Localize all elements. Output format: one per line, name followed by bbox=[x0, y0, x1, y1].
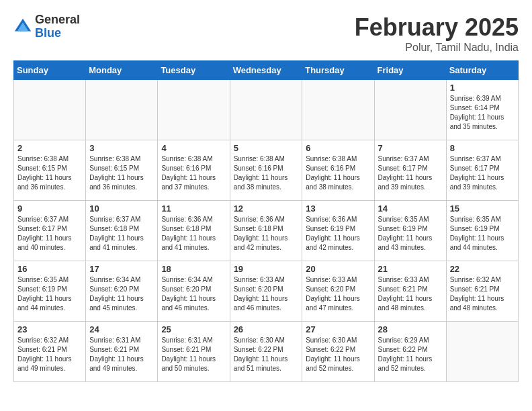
calendar-cell: 6Sunrise: 6:38 AM Sunset: 6:16 PM Daylig… bbox=[302, 140, 374, 201]
calendar-cell: 17Sunrise: 6:34 AM Sunset: 6:20 PM Dayli… bbox=[86, 261, 158, 322]
day-number: 13 bbox=[306, 203, 370, 214]
day-number: 6 bbox=[306, 143, 370, 153]
calendar-cell: 16Sunrise: 6:35 AM Sunset: 6:19 PM Dayli… bbox=[14, 261, 86, 322]
day-info: Sunrise: 6:36 AM Sunset: 6:18 PM Dayligh… bbox=[234, 215, 299, 253]
calendar-cell: 18Sunrise: 6:34 AM Sunset: 6:20 PM Dayli… bbox=[158, 261, 230, 322]
location: Polur, Tamil Nadu, India bbox=[355, 42, 519, 54]
calendar-cell: 1Sunrise: 6:39 AM Sunset: 6:14 PM Daylig… bbox=[446, 80, 518, 140]
day-number: 4 bbox=[161, 143, 226, 153]
calendar-cell: 28Sunrise: 6:29 AM Sunset: 6:22 PM Dayli… bbox=[374, 322, 446, 382]
day-number: 11 bbox=[161, 203, 226, 214]
day-number: 21 bbox=[378, 264, 443, 274]
calendar-week-row: 23Sunrise: 6:32 AM Sunset: 6:21 PM Dayli… bbox=[14, 322, 519, 382]
day-number: 10 bbox=[89, 203, 154, 214]
day-info: Sunrise: 6:29 AM Sunset: 6:22 PM Dayligh… bbox=[378, 336, 443, 373]
day-number: 17 bbox=[89, 264, 154, 274]
calendar-cell: 4Sunrise: 6:38 AM Sunset: 6:16 PM Daylig… bbox=[158, 140, 230, 201]
day-number: 7 bbox=[378, 143, 443, 153]
weekday-header: Friday bbox=[374, 61, 446, 80]
weekday-header: Thursday bbox=[302, 61, 374, 80]
calendar-cell: 27Sunrise: 6:30 AM Sunset: 6:22 PM Dayli… bbox=[302, 322, 374, 382]
calendar-cell: 3Sunrise: 6:38 AM Sunset: 6:15 PM Daylig… bbox=[86, 140, 158, 201]
calendar-cell bbox=[158, 80, 230, 140]
day-number: 18 bbox=[161, 264, 226, 274]
day-info: Sunrise: 6:31 AM Sunset: 6:21 PM Dayligh… bbox=[161, 336, 226, 373]
day-number: 25 bbox=[161, 324, 226, 334]
day-number: 23 bbox=[17, 324, 82, 334]
day-info: Sunrise: 6:30 AM Sunset: 6:22 PM Dayligh… bbox=[234, 336, 299, 373]
calendar-cell bbox=[446, 322, 518, 382]
calendar-cell: 21Sunrise: 6:33 AM Sunset: 6:21 PM Dayli… bbox=[374, 261, 446, 322]
calendar-cell: 23Sunrise: 6:32 AM Sunset: 6:21 PM Dayli… bbox=[14, 322, 86, 382]
day-info: Sunrise: 6:35 AM Sunset: 6:19 PM Dayligh… bbox=[450, 215, 515, 253]
calendar-cell bbox=[86, 80, 158, 140]
logo-general: General bbox=[35, 13, 80, 27]
calendar-cell: 14Sunrise: 6:35 AM Sunset: 6:19 PM Dayli… bbox=[374, 201, 446, 261]
calendar-week-row: 1Sunrise: 6:39 AM Sunset: 6:14 PM Daylig… bbox=[14, 80, 519, 140]
calendar-cell: 7Sunrise: 6:37 AM Sunset: 6:17 PM Daylig… bbox=[374, 140, 446, 201]
day-number: 20 bbox=[306, 264, 370, 274]
day-info: Sunrise: 6:38 AM Sunset: 6:15 PM Dayligh… bbox=[89, 154, 154, 192]
calendar-cell: 2Sunrise: 6:38 AM Sunset: 6:15 PM Daylig… bbox=[14, 140, 86, 201]
calendar-cell: 20Sunrise: 6:33 AM Sunset: 6:20 PM Dayli… bbox=[302, 261, 374, 322]
weekday-header: Wednesday bbox=[230, 61, 302, 80]
calendar-week-row: 16Sunrise: 6:35 AM Sunset: 6:19 PM Dayli… bbox=[14, 261, 519, 322]
page-header: General Blue February 2025 Polur, Tamil … bbox=[13, 13, 519, 54]
logo-icon bbox=[13, 17, 32, 36]
calendar-cell bbox=[14, 80, 86, 140]
day-number: 9 bbox=[17, 203, 82, 214]
day-info: Sunrise: 6:31 AM Sunset: 6:21 PM Dayligh… bbox=[89, 336, 154, 373]
day-info: Sunrise: 6:32 AM Sunset: 6:21 PM Dayligh… bbox=[17, 336, 82, 373]
calendar-cell: 8Sunrise: 6:37 AM Sunset: 6:17 PM Daylig… bbox=[446, 140, 518, 201]
day-number: 27 bbox=[306, 324, 370, 334]
day-number: 16 bbox=[17, 264, 82, 274]
day-info: Sunrise: 6:38 AM Sunset: 6:15 PM Dayligh… bbox=[17, 154, 82, 192]
calendar-cell: 9Sunrise: 6:37 AM Sunset: 6:17 PM Daylig… bbox=[14, 201, 86, 261]
day-info: Sunrise: 6:37 AM Sunset: 6:18 PM Dayligh… bbox=[89, 215, 154, 253]
calendar-cell: 25Sunrise: 6:31 AM Sunset: 6:21 PM Dayli… bbox=[158, 322, 230, 382]
day-info: Sunrise: 6:33 AM Sunset: 6:20 PM Dayligh… bbox=[234, 275, 299, 313]
day-info: Sunrise: 6:37 AM Sunset: 6:17 PM Dayligh… bbox=[450, 154, 515, 192]
calendar-cell: 26Sunrise: 6:30 AM Sunset: 6:22 PM Dayli… bbox=[230, 322, 302, 382]
day-number: 5 bbox=[234, 143, 299, 153]
calendar-cell: 10Sunrise: 6:37 AM Sunset: 6:18 PM Dayli… bbox=[86, 201, 158, 261]
day-number: 12 bbox=[234, 203, 299, 214]
month-year: February 2025 bbox=[355, 13, 519, 42]
calendar-cell: 5Sunrise: 6:38 AM Sunset: 6:16 PM Daylig… bbox=[230, 140, 302, 201]
calendar-cell bbox=[302, 80, 374, 140]
calendar-cell bbox=[374, 80, 446, 140]
calendar-cell: 15Sunrise: 6:35 AM Sunset: 6:19 PM Dayli… bbox=[446, 201, 518, 261]
day-number: 28 bbox=[378, 324, 443, 334]
day-number: 2 bbox=[17, 143, 82, 153]
day-info: Sunrise: 6:35 AM Sunset: 6:19 PM Dayligh… bbox=[378, 215, 443, 253]
logo-blue: Blue bbox=[35, 27, 80, 40]
day-number: 15 bbox=[450, 203, 515, 214]
day-info: Sunrise: 6:38 AM Sunset: 6:16 PM Dayligh… bbox=[234, 154, 299, 192]
day-number: 3 bbox=[89, 143, 154, 153]
day-info: Sunrise: 6:34 AM Sunset: 6:20 PM Dayligh… bbox=[161, 275, 226, 313]
logo: General Blue bbox=[13, 13, 80, 40]
day-info: Sunrise: 6:35 AM Sunset: 6:19 PM Dayligh… bbox=[17, 275, 82, 313]
weekday-header: Tuesday bbox=[158, 61, 230, 80]
calendar-cell: 11Sunrise: 6:36 AM Sunset: 6:18 PM Dayli… bbox=[158, 201, 230, 261]
calendar-table: SundayMondayTuesdayWednesdayThursdayFrid… bbox=[13, 60, 519, 382]
day-number: 1 bbox=[450, 83, 515, 93]
day-info: Sunrise: 6:32 AM Sunset: 6:21 PM Dayligh… bbox=[450, 275, 515, 313]
title-block: February 2025 Polur, Tamil Nadu, India bbox=[355, 13, 519, 54]
day-info: Sunrise: 6:30 AM Sunset: 6:22 PM Dayligh… bbox=[306, 336, 370, 373]
calendar-cell: 12Sunrise: 6:36 AM Sunset: 6:18 PM Dayli… bbox=[230, 201, 302, 261]
day-info: Sunrise: 6:33 AM Sunset: 6:20 PM Dayligh… bbox=[306, 275, 370, 313]
day-number: 8 bbox=[450, 143, 515, 153]
day-number: 24 bbox=[89, 324, 154, 334]
day-number: 19 bbox=[234, 264, 299, 274]
calendar-cell: 24Sunrise: 6:31 AM Sunset: 6:21 PM Dayli… bbox=[86, 322, 158, 382]
weekday-header: Saturday bbox=[446, 61, 518, 80]
calendar-week-row: 9Sunrise: 6:37 AM Sunset: 6:17 PM Daylig… bbox=[14, 201, 519, 261]
day-info: Sunrise: 6:38 AM Sunset: 6:16 PM Dayligh… bbox=[306, 154, 370, 192]
day-info: Sunrise: 6:37 AM Sunset: 6:17 PM Dayligh… bbox=[378, 154, 443, 192]
day-info: Sunrise: 6:34 AM Sunset: 6:20 PM Dayligh… bbox=[89, 275, 154, 313]
weekday-header: Monday bbox=[86, 61, 158, 80]
weekday-header: Sunday bbox=[14, 61, 86, 80]
calendar-cell: 22Sunrise: 6:32 AM Sunset: 6:21 PM Dayli… bbox=[446, 261, 518, 322]
day-number: 14 bbox=[378, 203, 443, 214]
